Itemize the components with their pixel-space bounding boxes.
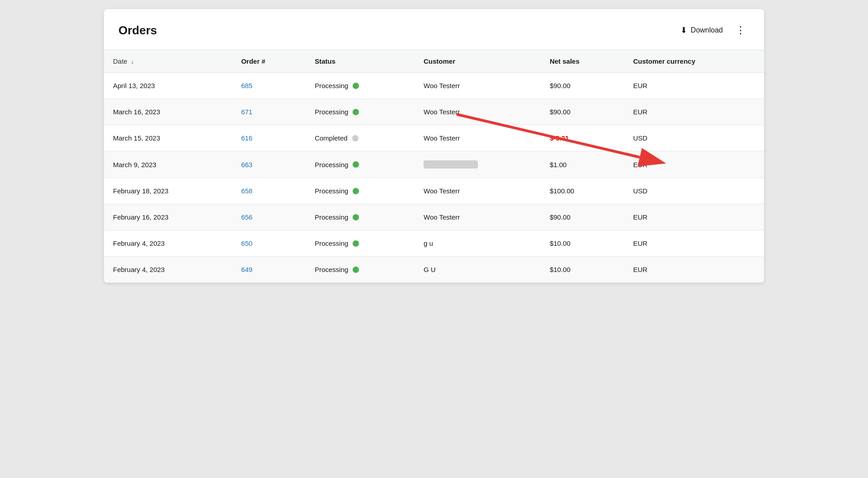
cell-customer-currency: EUR <box>624 257 764 283</box>
status-label: Processing <box>315 82 348 89</box>
order-link[interactable]: 656 <box>241 213 252 221</box>
table-header-row: Date ↓ Order # Status Customer Net sales… <box>104 50 764 73</box>
cell-net-sales: $10.00 <box>541 257 624 283</box>
cell-order-num: 671 <box>232 99 306 125</box>
cell-customer: G U <box>415 257 541 283</box>
cell-date: March 9, 2023 <box>104 151 232 178</box>
table-row: March 16, 2023671ProcessingWoo Testerr$9… <box>104 99 764 125</box>
cell-order-num: 649 <box>232 257 306 283</box>
status-label: Processing <box>315 108 348 116</box>
cell-date: April 13, 2023 <box>104 73 232 99</box>
cell-status: Processing <box>306 151 415 178</box>
status-dot-icon <box>353 161 359 168</box>
status-label: Processing <box>315 213 348 221</box>
cell-customer-currency: USD <box>624 125 764 151</box>
cell-status: Processing <box>306 230 415 257</box>
table-row: February 16, 2023656ProcessingWoo Tester… <box>104 204 764 230</box>
cell-date: February 18, 2023 <box>104 178 232 204</box>
cell-net-sales: $1.00 <box>541 151 624 178</box>
status-label: Processing <box>315 239 348 247</box>
cell-status: Processing <box>306 257 415 283</box>
cell-status: Processing <box>306 99 415 125</box>
order-link[interactable]: 650 <box>241 239 252 247</box>
table-row: March 9, 2023663Processinghidden$1.00EUR <box>104 151 764 178</box>
cell-customer-currency: EUR <box>624 99 764 125</box>
order-link[interactable]: 663 <box>241 161 252 169</box>
status-dot-icon <box>353 188 359 194</box>
order-link[interactable]: 671 <box>241 108 252 116</box>
cell-customer-currency: EUR <box>624 230 764 257</box>
cell-order-num: 685 <box>232 73 306 99</box>
order-link[interactable]: 649 <box>241 266 252 273</box>
cell-customer-currency: USD <box>624 178 764 204</box>
status-dot-icon <box>353 214 359 220</box>
status-dot-icon <box>353 267 359 273</box>
download-button[interactable]: ⬇ Download <box>675 22 728 39</box>
more-options-button[interactable]: ⋮ <box>732 22 750 39</box>
status-dot-icon <box>353 83 359 89</box>
status-dot-icon <box>353 240 359 247</box>
table-row: February 4, 2023650Processingg u$10.00EU… <box>104 230 764 257</box>
cell-order-num: 658 <box>232 178 306 204</box>
cell-date: February 16, 2023 <box>104 204 232 230</box>
cell-customer: Woo Testerr <box>415 204 541 230</box>
table-row: February 18, 2023658ProcessingWoo Tester… <box>104 178 764 204</box>
cell-customer: hidden <box>415 151 541 178</box>
page-title: Orders <box>118 23 157 37</box>
table-row: February 4, 2023649ProcessingG U$10.00EU… <box>104 257 764 283</box>
cell-net-sales: $90.00 <box>541 99 624 125</box>
col-header-order-num: Order # <box>232 50 306 73</box>
cell-customer: Woo Testerr <box>415 125 541 151</box>
col-header-status: Status <box>306 50 415 73</box>
cell-status: Completed <box>306 125 415 151</box>
more-icon: ⋮ <box>736 24 746 36</box>
orders-table: Date ↓ Order # Status Customer Net sales… <box>104 50 764 283</box>
cell-customer: Woo Testerr <box>415 73 541 99</box>
table-row: April 13, 2023685ProcessingWoo Testerr$9… <box>104 73 764 99</box>
cell-order-num: 663 <box>232 151 306 178</box>
order-link[interactable]: 658 <box>241 187 252 195</box>
cell-date: February 4, 2023 <box>104 230 232 257</box>
download-icon: ⬇ <box>680 25 687 35</box>
download-label: Download <box>691 26 723 34</box>
cell-customer: Woo Testerr <box>415 178 541 204</box>
cell-net-sales: $90.00 <box>541 73 624 99</box>
orders-card: Orders ⬇ Download ⋮ Date ↓ Order # <box>104 9 764 283</box>
status-dot-icon <box>352 135 359 141</box>
cell-net-sales: $10.00 <box>541 230 624 257</box>
cell-customer: g u <box>415 230 541 257</box>
cell-date: March 16, 2023 <box>104 99 232 125</box>
cell-customer-currency: EUR <box>624 151 764 178</box>
order-link[interactable]: 616 <box>241 134 252 142</box>
cell-status: Processing <box>306 178 415 204</box>
col-header-customer-currency: Customer currency <box>624 50 764 73</box>
col-header-customer: Customer <box>415 50 541 73</box>
cell-status: Processing <box>306 204 415 230</box>
cell-customer-currency: EUR <box>624 73 764 99</box>
cell-customer: Woo Testerr <box>415 99 541 125</box>
cell-status: Processing <box>306 73 415 99</box>
header-actions: ⬇ Download ⋮ <box>675 22 750 39</box>
cell-net-sales: $-5.31 <box>541 125 624 151</box>
cell-customer-currency: EUR <box>624 204 764 230</box>
status-label: Processing <box>315 266 348 273</box>
blurred-customer: hidden <box>424 160 478 169</box>
cell-date: February 4, 2023 <box>104 257 232 283</box>
cell-order-num: 616 <box>232 125 306 151</box>
cell-order-num: 656 <box>232 204 306 230</box>
status-label: Processing <box>315 187 348 195</box>
table-row: March 15, 2023616CompletedWoo Testerr$-5… <box>104 125 764 151</box>
status-dot-icon <box>353 109 359 115</box>
sort-arrow-icon: ↓ <box>131 58 134 65</box>
cell-net-sales: $90.00 <box>541 204 624 230</box>
cell-order-num: 650 <box>232 230 306 257</box>
card-header: Orders ⬇ Download ⋮ <box>104 9 764 50</box>
status-label: Completed <box>315 134 348 142</box>
col-header-net-sales: Net sales <box>541 50 624 73</box>
col-header-date[interactable]: Date ↓ <box>104 50 232 73</box>
cell-date: March 15, 2023 <box>104 125 232 151</box>
status-label: Processing <box>315 161 348 169</box>
order-link[interactable]: 685 <box>241 82 252 89</box>
cell-net-sales: $100.00 <box>541 178 624 204</box>
